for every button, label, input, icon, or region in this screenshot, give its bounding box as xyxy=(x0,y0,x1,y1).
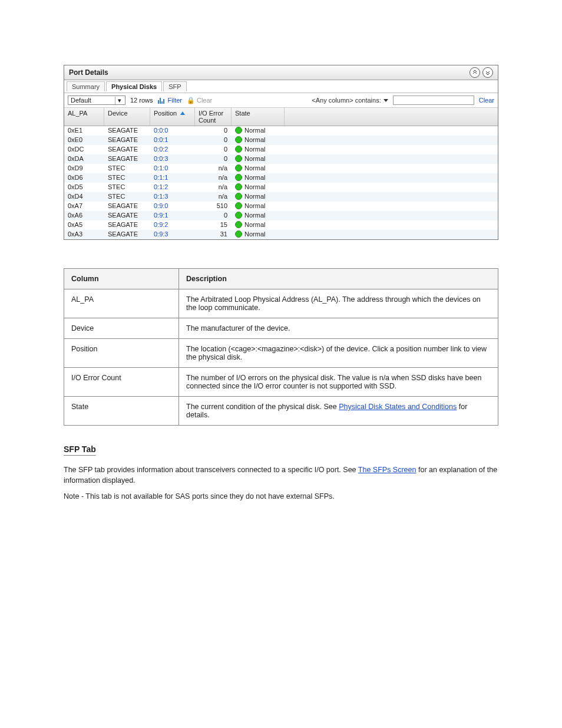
cell-device: SEAGATE xyxy=(104,202,150,211)
cell-device: SEAGATE xyxy=(104,145,150,154)
table-row[interactable]: 0xE1SEAGATE0:0:00Normal xyxy=(64,126,498,136)
cell-device: SEAGATE xyxy=(104,211,150,220)
collapse-down-icon[interactable] xyxy=(482,67,493,78)
view-select-value: Default xyxy=(71,97,91,104)
cell-ioerror: 0 xyxy=(195,211,232,220)
desc-header-description: Description xyxy=(179,269,498,289)
cell-ioerror: 31 xyxy=(195,230,232,239)
table-row[interactable]: 0xA3SEAGATE0:9:331Normal xyxy=(64,230,498,239)
sfp-screen-link[interactable]: The SFPs Screen xyxy=(358,466,416,474)
status-normal-icon xyxy=(235,127,242,134)
state-label: Normal xyxy=(244,202,265,209)
table-row[interactable]: 0xA5SEAGATE0:9:215Normal xyxy=(64,220,498,230)
sfp-note: Note - This tab is not available for SAS… xyxy=(64,492,498,502)
panel-title: Port Details xyxy=(69,68,467,77)
cell-alpa: 0xE1 xyxy=(64,126,104,136)
table-row[interactable]: 0xE0SEAGATE0:0:10Normal xyxy=(64,136,498,145)
status-normal-icon xyxy=(235,146,242,153)
table-row[interactable]: 0xD6STEC0:1:1n/aNormal xyxy=(64,173,498,183)
search-input[interactable] xyxy=(393,95,474,105)
col-header-alpa[interactable]: AL_PA xyxy=(64,108,104,126)
cell-alpa: 0xA7 xyxy=(64,202,104,211)
desc-value: The current condition of the physical di… xyxy=(179,397,498,426)
table-row[interactable]: 0xDCSEAGATE0:0:20Normal xyxy=(64,145,498,154)
cell-position[interactable]: 0:9:2 xyxy=(150,220,195,230)
desc-key: AL_PA xyxy=(64,289,179,318)
cell-alpa: 0xD9 xyxy=(64,164,104,173)
filter-icon xyxy=(158,97,166,104)
cell-position[interactable]: 0:0:0 xyxy=(150,126,195,136)
cell-state: Normal xyxy=(232,136,285,145)
state-label: Normal xyxy=(244,221,265,228)
physical-disk-states-link[interactable]: Physical Disk States and Conditions xyxy=(339,403,457,411)
cell-state: Normal xyxy=(232,202,285,211)
state-label: Normal xyxy=(244,212,265,219)
cell-alpa: 0xA6 xyxy=(64,211,104,220)
state-label: Normal xyxy=(244,155,265,162)
cell-ioerror: n/a xyxy=(195,192,232,202)
status-normal-icon xyxy=(235,136,242,143)
status-normal-icon xyxy=(235,221,242,228)
state-label: Normal xyxy=(244,136,265,143)
filter-button[interactable]: Filter xyxy=(158,97,182,104)
tab-summary[interactable]: Summary xyxy=(67,81,105,91)
sort-ascending-icon xyxy=(180,111,185,115)
desc-key: Position xyxy=(64,339,179,368)
view-select[interactable]: Default ▾ xyxy=(68,95,125,105)
cell-position[interactable]: 0:1:3 xyxy=(150,192,195,202)
cell-position[interactable]: 0:9:0 xyxy=(150,202,195,211)
status-normal-icon xyxy=(235,174,242,181)
collapse-up-icon[interactable] xyxy=(470,67,480,78)
cell-position[interactable]: 0:9:3 xyxy=(150,230,195,239)
status-normal-icon xyxy=(235,164,242,172)
cell-device: SEAGATE xyxy=(104,154,150,164)
tab-sfp[interactable]: SFP xyxy=(163,81,186,91)
cell-ioerror: n/a xyxy=(195,164,232,173)
cell-device: SEAGATE xyxy=(104,220,150,230)
sfp-tab-heading: SFP Tab xyxy=(64,444,96,456)
desc-value: The Arbitrated Loop Physical Address (AL… xyxy=(179,289,498,318)
desc-header-column: Column xyxy=(64,269,179,289)
cell-alpa: 0xA3 xyxy=(64,230,104,239)
cell-device: SEAGATE xyxy=(104,136,150,145)
cell-position[interactable]: 0:9:1 xyxy=(150,211,195,220)
table-row[interactable]: 0xA7SEAGATE0:9:0510Normal xyxy=(64,202,498,211)
column-filter-select[interactable]: <Any column> contains: xyxy=(312,97,388,104)
table-row[interactable]: 0xD5STEC0:1:2n/aNormal xyxy=(64,183,498,192)
cell-position[interactable]: 0:1:0 xyxy=(150,164,195,173)
table-row[interactable]: 0xA6SEAGATE0:9:10Normal xyxy=(64,211,498,220)
col-header-device[interactable]: Device xyxy=(104,108,150,126)
col-header-position[interactable]: Position xyxy=(150,108,195,126)
table-row[interactable]: 0xDASEAGATE0:0:30Normal xyxy=(64,154,498,164)
cell-position[interactable]: 0:0:2 xyxy=(150,145,195,154)
column-filter-label: <Any column> contains: xyxy=(312,97,381,104)
cell-alpa: 0xE0 xyxy=(64,136,104,145)
col-header-state[interactable]: State xyxy=(232,108,285,126)
cell-state: Normal xyxy=(232,154,285,164)
cell-device: STEC xyxy=(104,164,150,173)
cell-ioerror: n/a xyxy=(195,183,232,192)
cell-position[interactable]: 0:1:2 xyxy=(150,183,195,192)
table-row[interactable]: 0xD9STEC0:1:0n/aNormal xyxy=(64,164,498,173)
cell-ioerror: 0 xyxy=(195,154,232,164)
clear-button[interactable]: 🔒 Clear xyxy=(187,97,212,104)
chevron-down-icon: ▾ xyxy=(115,97,124,104)
cell-position[interactable]: 0:0:3 xyxy=(150,154,195,164)
cell-position[interactable]: 0:0:1 xyxy=(150,136,195,145)
cell-alpa: 0xD4 xyxy=(64,192,104,202)
state-label: Normal xyxy=(244,164,265,172)
clear-label: Clear xyxy=(197,97,212,104)
tab-physical-disks[interactable]: Physical Disks xyxy=(106,81,162,91)
desc-value: The number of I/O errors on the physical… xyxy=(179,368,498,397)
cell-device: STEC xyxy=(104,173,150,183)
cell-ioerror: 510 xyxy=(195,202,232,211)
col-header-ioerror[interactable]: I/O Error Count xyxy=(195,108,232,126)
table-row[interactable]: 0xD4STEC0:1:3n/aNormal xyxy=(64,192,498,202)
clear-link[interactable]: Clear xyxy=(479,97,494,104)
desc-value: The manufacturer of the device. xyxy=(179,318,498,339)
port-details-panel: Port Details Summary Physical Disks SFP … xyxy=(64,65,498,240)
cell-position[interactable]: 0:1:1 xyxy=(150,173,195,183)
cell-state: Normal xyxy=(232,173,285,183)
status-normal-icon xyxy=(235,183,242,190)
cell-device: SEAGATE xyxy=(104,126,150,136)
